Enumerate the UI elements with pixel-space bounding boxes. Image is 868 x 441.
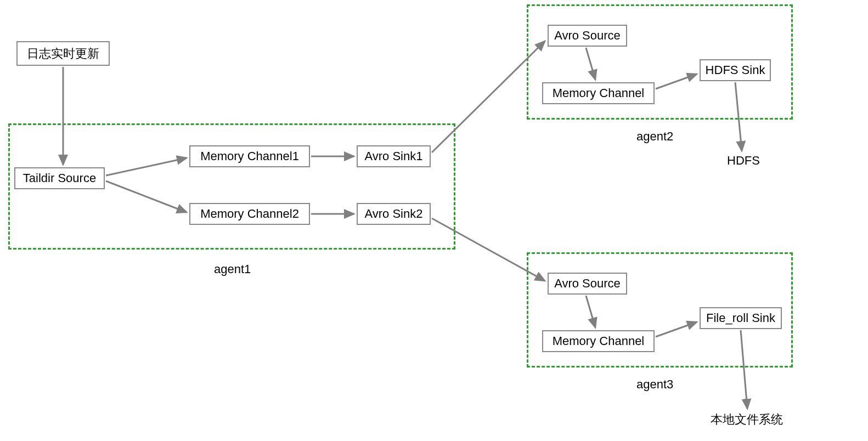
agent3-label: agent3 [636,377,673,392]
agent2-avro-source-box: Avro Source [548,25,627,47]
hdfs-sink-box: HDFS Sink [700,59,771,81]
agent2-memory-channel-box: Memory Channel [542,82,655,104]
local-fs-label: 本地文件系统 [711,411,783,428]
avro-sink1-box: Avro Sink1 [357,145,431,167]
hdfs-label: HDFS [727,154,760,168]
diagram-canvas: agent1 agent2 agent3 日志实时更新 Taildir Sour… [0,0,868,441]
memory-channel1-box: Memory Channel1 [189,145,310,167]
taildir-source-box: Taildir Source [14,167,105,189]
file-roll-sink-box: File_roll Sink [700,307,782,329]
agent1-label: agent1 [214,262,251,276]
agent3-memory-channel-box: Memory Channel [542,330,655,352]
realtime-log-box: 日志实时更新 [16,41,110,66]
agent3-avro-source-box: Avro Source [548,273,627,295]
avro-sink2-box: Avro Sink2 [357,203,431,225]
memory-channel2-box: Memory Channel2 [189,203,310,225]
agent2-label: agent2 [636,129,673,144]
